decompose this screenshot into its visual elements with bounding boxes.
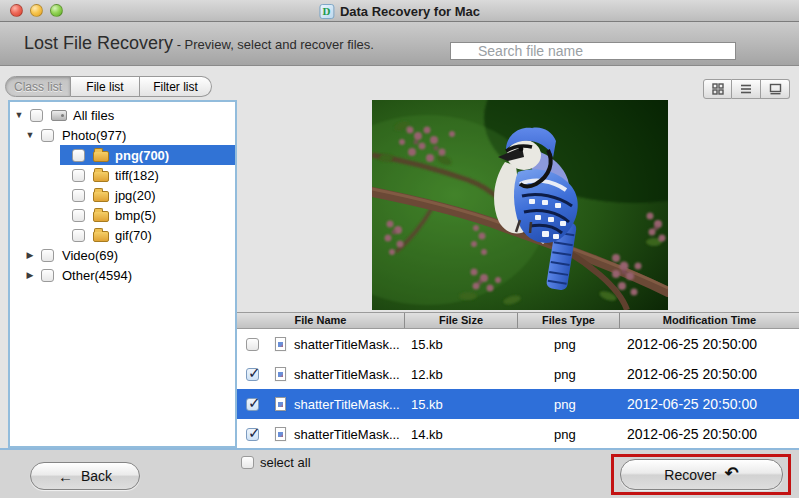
folder-icon bbox=[93, 151, 109, 162]
file-table: File Name File Size Files Type Modificat… bbox=[237, 312, 799, 449]
tree-label: png(700) bbox=[115, 148, 169, 163]
tree-checkbox-bmp[interactable] bbox=[72, 209, 85, 222]
file-name: shatterTitleMask... bbox=[294, 397, 400, 412]
image-file-icon bbox=[275, 337, 286, 351]
recover-button-label: Recover bbox=[664, 467, 716, 483]
image-file-icon bbox=[275, 367, 286, 381]
modification-time: 2012-06-25 20:50:00 bbox=[620, 426, 799, 442]
preview-view-icon[interactable] bbox=[761, 79, 790, 99]
file-size: 12.kb bbox=[405, 367, 518, 382]
tree-label: jpg(20) bbox=[115, 188, 155, 203]
tree-checkbox-photo[interactable] bbox=[41, 129, 54, 142]
tree-item-all-files[interactable]: ▼ All files bbox=[10, 105, 235, 125]
page-title: Lost File Recovery - Preview, select and… bbox=[24, 33, 374, 54]
image-file-icon bbox=[275, 427, 286, 441]
class-tree-panel: ▼ All files ▼ Photo(977) png(700) tiff(1… bbox=[8, 100, 237, 448]
file-name: shatterTitleMask... bbox=[294, 337, 400, 352]
preview-image bbox=[372, 100, 668, 310]
tree-item-bmp[interactable]: bmp(5) bbox=[10, 205, 235, 225]
image-file-icon bbox=[275, 397, 286, 411]
table-row[interactable]: shatterTitleMask... 15.kb png 2012-06-25… bbox=[237, 329, 799, 359]
tree-label: gif(70) bbox=[115, 228, 152, 243]
tree-label: Video(69) bbox=[62, 248, 118, 263]
file-size: 15.kb bbox=[405, 337, 518, 352]
tree-label: bmp(5) bbox=[115, 208, 156, 223]
disclosure-right-icon[interactable]: ▶ bbox=[25, 250, 35, 260]
tree-checkbox-all-files[interactable] bbox=[30, 109, 43, 122]
table-row[interactable]: shatterTitleMask... 12.kb png 2012-06-25… bbox=[237, 359, 799, 389]
list-view-icon[interactable] bbox=[732, 79, 761, 99]
close-window-button[interactable] bbox=[10, 4, 23, 17]
tree-checkbox-tiff[interactable] bbox=[72, 169, 85, 182]
drive-icon bbox=[51, 110, 67, 121]
tree-item-video[interactable]: ▶ Video(69) bbox=[10, 245, 235, 265]
file-name: shatterTitleMask... bbox=[294, 367, 400, 382]
minimize-window-button[interactable] bbox=[30, 4, 43, 17]
list-mode-tabs: Class list File list Filter list bbox=[5, 76, 212, 97]
row-checkbox[interactable] bbox=[246, 368, 259, 381]
modification-time: 2012-06-25 20:50:00 bbox=[620, 366, 799, 382]
back-button[interactable]: ← Back bbox=[30, 462, 140, 490]
col-files-type[interactable]: Files Type bbox=[518, 313, 620, 328]
file-type: png bbox=[518, 337, 620, 352]
select-all-label: select all bbox=[260, 455, 311, 470]
folder-icon bbox=[93, 211, 109, 222]
tree-checkbox-video[interactable] bbox=[41, 249, 54, 262]
row-checkbox[interactable] bbox=[246, 398, 259, 411]
row-checkbox[interactable] bbox=[246, 338, 259, 351]
tab-class-list[interactable]: Class list bbox=[5, 76, 71, 97]
search-input[interactable] bbox=[450, 42, 736, 60]
table-row[interactable]: shatterTitleMask... 14.kb png 2012-06-25… bbox=[237, 419, 799, 449]
app-icon: D bbox=[319, 4, 334, 19]
disclosure-right-icon[interactable]: ▶ bbox=[25, 270, 35, 280]
col-modification-time[interactable]: Modification Time bbox=[620, 313, 799, 328]
app-window: D Data Recovery for Mac Lost File Recove… bbox=[0, 0, 799, 498]
disclosure-down-icon[interactable]: ▼ bbox=[25, 130, 35, 140]
file-type: png bbox=[518, 427, 620, 442]
tree-item-photo[interactable]: ▼ Photo(977) bbox=[10, 125, 235, 145]
tree-label: tiff(182) bbox=[115, 168, 159, 183]
footer-bar: ← Back select all Recover ↶ bbox=[0, 450, 799, 498]
undo-arrow-icon: ↶ bbox=[724, 463, 738, 484]
title-bar: D Data Recovery for Mac bbox=[0, 0, 799, 22]
tab-filter-list[interactable]: Filter list bbox=[140, 76, 212, 97]
tree-item-gif[interactable]: gif(70) bbox=[10, 225, 235, 245]
file-size: 15.kb bbox=[405, 397, 518, 412]
back-button-label: Back bbox=[81, 468, 112, 484]
tree-label: Other(4594) bbox=[62, 268, 132, 283]
back-arrow-icon: ← bbox=[58, 468, 73, 485]
tree-label: Photo(977) bbox=[62, 128, 126, 143]
tree-item-png[interactable]: png(700) bbox=[10, 145, 235, 165]
file-name: shatterTitleMask... bbox=[294, 427, 400, 442]
row-checkbox[interactable] bbox=[246, 428, 259, 441]
zoom-window-button[interactable] bbox=[50, 4, 63, 17]
file-type: png bbox=[518, 367, 620, 382]
tree-checkbox-jpg[interactable] bbox=[72, 189, 85, 202]
col-file-name[interactable]: File Name bbox=[237, 313, 405, 328]
modification-time: 2012-06-25 20:50:00 bbox=[620, 396, 799, 412]
tree-checkbox-other[interactable] bbox=[41, 269, 54, 282]
tab-file-list[interactable]: File list bbox=[71, 76, 140, 97]
window-title: Data Recovery for Mac bbox=[340, 4, 480, 19]
tree-item-jpg[interactable]: jpg(20) bbox=[10, 185, 235, 205]
tree-checkbox-png[interactable] bbox=[72, 149, 85, 162]
grid-view-icon[interactable] bbox=[703, 79, 732, 99]
recover-button[interactable]: Recover ↶ bbox=[620, 459, 783, 490]
folder-icon bbox=[93, 231, 109, 242]
disclosure-down-icon[interactable]: ▼ bbox=[14, 110, 24, 120]
folder-icon bbox=[93, 171, 109, 182]
modification-time: 2012-06-25 20:50:00 bbox=[620, 336, 799, 352]
select-all-checkbox[interactable] bbox=[241, 456, 254, 469]
file-type: png bbox=[518, 397, 620, 412]
table-header: File Name File Size Files Type Modificat… bbox=[237, 312, 799, 329]
header-band: Lost File Recovery - Preview, select and… bbox=[0, 22, 799, 66]
col-file-size[interactable]: File Size bbox=[405, 313, 518, 328]
tree-item-other[interactable]: ▶ Other(4594) bbox=[10, 265, 235, 285]
folder-icon bbox=[93, 191, 109, 202]
tree-item-tiff[interactable]: tiff(182) bbox=[10, 165, 235, 185]
page-title-subtitle: - Preview, select and recover files. bbox=[173, 37, 374, 52]
table-row-selected[interactable]: shatterTitleMask... 15.kb png 2012-06-25… bbox=[237, 389, 799, 419]
tree-checkbox-gif[interactable] bbox=[72, 229, 85, 242]
select-all-control[interactable]: select all bbox=[241, 455, 311, 470]
page-title-main: Lost File Recovery bbox=[24, 33, 173, 53]
